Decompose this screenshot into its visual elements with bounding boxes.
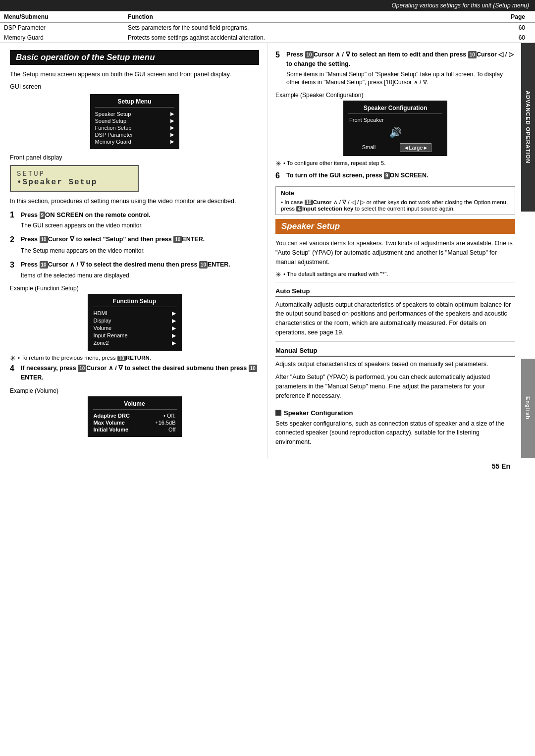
col-header-menu: Menu/Submenu: [0, 11, 124, 23]
divider-3: [275, 405, 515, 405]
table-row: Memory Guard Protects some settings agai…: [0, 33, 535, 43]
note-title: Note: [281, 190, 510, 197]
setup-box-item: Input Rename▶: [93, 332, 177, 339]
gui-item-label: DSP Parameter: [95, 132, 133, 138]
volume-item-val: • Off:: [163, 413, 175, 419]
front-panel-label: Front panel display: [10, 154, 259, 161]
gui-item: Sound Setup▶: [95, 117, 174, 124]
gui-item-arrow: ▶: [170, 111, 174, 117]
tip-configure-text: • To configure other items, repeat step …: [283, 160, 385, 166]
step-3-heading: Press 10Cursor ∧ / ∇ to select the desir…: [21, 260, 230, 270]
left-column: Basic operation of the Setup menu The Se…: [0, 43, 268, 458]
col-header-function: Function: [124, 11, 468, 23]
table-cell-page: 60: [468, 23, 535, 33]
step-4-number: 4: [10, 364, 18, 374]
step-6-number: 6: [275, 171, 283, 181]
auto-setup-text: Automatically adjusts output characteris…: [275, 300, 515, 337]
speaker-config-box: Speaker Configuration Front Speaker 🔊 Sm…: [343, 101, 447, 156]
gui-screen-label: GUI screen: [10, 83, 259, 90]
table-row: DSP Parameter Sets parameters for the so…: [0, 23, 535, 33]
box-item-label: HDMI: [94, 310, 107, 317]
reference-table: Menu/Submenu Function Page DSP Parameter…: [0, 11, 535, 43]
setup-box-item: HDMI▶: [93, 310, 177, 317]
box-item-label: Display: [94, 318, 111, 324]
step-3-number: 3: [10, 260, 18, 270]
step-6-heading: To turn off the GUI screen, press 9ON SC…: [286, 171, 428, 180]
gui-box-title: Setup Menu: [95, 98, 174, 108]
step-5-number: 5: [275, 50, 283, 60]
step-5: 5 Press 10Cursor ∧ / ∇ to select an item…: [275, 50, 515, 87]
table-cell-function: Sets parameters for the sound field prog…: [124, 23, 468, 33]
volume-box-item: Initial VolumeOff: [93, 426, 177, 433]
gui-item-label: Memory Guard: [95, 139, 131, 145]
manual-setup-text1: Adjusts output characteristics of speake…: [275, 360, 515, 369]
manual-setup-text2: After "Auto Setup" (YPAO) is performed, …: [275, 373, 515, 400]
box-item-label: Input Rename: [94, 332, 128, 339]
step-2-detail: The Setup menu appears on the video moni…: [21, 247, 259, 255]
tip-configure: ✳ • To configure other items, repeat ste…: [275, 160, 515, 167]
volume-box-title: Volume: [93, 400, 177, 410]
speaker-config-text: Sets speaker configurations, such as con…: [275, 419, 515, 447]
step-2: 2 Press 10Cursor ∇ to select "Setup" and…: [10, 235, 259, 255]
panel-display-box: SETUP •Speaker Setup: [10, 165, 139, 192]
page-number-bar: 55 En: [0, 458, 535, 474]
gui-item-label: Function Setup: [95, 125, 132, 131]
step-3-detail: Items of the selected menu are displayed…: [21, 271, 259, 280]
tip-default-text: • The default settings are marked with "…: [283, 271, 388, 277]
setup-box-item: Volume▶: [93, 324, 177, 332]
table-cell-menu: Memory Guard: [0, 33, 124, 43]
gui-item-arrow: ▶: [170, 118, 174, 124]
step-4-heading: If necessary, press 10Cursor ∧ / ∇ to se…: [21, 364, 259, 382]
box-item-arrow: ▶: [172, 318, 176, 324]
step-2-heading: Press 10Cursor ∇ to select "Setup" and t…: [21, 235, 205, 244]
english-tab: English: [521, 359, 535, 458]
gui-item-arrow: ▶: [170, 125, 174, 131]
step-2-number: 2: [10, 235, 18, 245]
table-cell-page: 60: [468, 33, 535, 43]
gui-item-arrow: ▶: [170, 132, 174, 138]
panel-line1: SETUP: [17, 170, 132, 178]
step-1-heading: Press 9ON SCREEN on the remote control.: [21, 210, 151, 220]
speaker-config-sq-title: Speaker Configuration: [284, 409, 353, 417]
box-item-label: Volume: [94, 325, 112, 331]
table-cell-function: Protects some settings against accidenta…: [124, 33, 468, 43]
step-5-detail: Some items in "Manual Setup" of "Speaker…: [286, 70, 515, 87]
box-item-arrow: ▶: [172, 325, 176, 331]
box-item-arrow: ▶: [172, 332, 176, 339]
volume-item-val: Off: [168, 427, 175, 432]
spk-config-visual: 🔊: [348, 123, 442, 141]
square-icon: [275, 410, 281, 416]
function-setup-box: Function Setup HDMI▶Display▶Volume▶Input…: [88, 294, 182, 351]
gui-item: Memory Guard▶: [95, 138, 174, 145]
intro-text: The Setup menu screen appears on both th…: [10, 70, 259, 79]
volume-item-label: Max Volume: [94, 420, 125, 426]
volume-item-label: Initial Volume: [94, 427, 129, 432]
function-setup-title: Function Setup: [93, 298, 177, 307]
step-4: 4 If necessary, press 10Cursor ∧ / ∇ to …: [10, 364, 259, 382]
step-1: 1 Press 9ON SCREEN on the remote control…: [10, 210, 259, 230]
tip-default: ✳ • The default settings are marked with…: [275, 271, 515, 278]
panel-note: In this section, procedures of setting m…: [10, 197, 259, 206]
panel-line2: •Speaker Setup: [17, 178, 132, 187]
gui-item-label: Speaker Setup: [95, 111, 131, 117]
example-function-label: Example (Function Setup): [10, 285, 259, 292]
spk-config-title: Speaker Configuration: [348, 105, 442, 114]
gui-item: Speaker Setup▶: [95, 110, 174, 117]
volume-item-val: +16.5dB: [155, 420, 175, 426]
box-item-arrow: ▶: [172, 340, 176, 346]
volume-item-label: Adaptive DRC: [94, 413, 130, 419]
spk-config-item: Front Speaker: [348, 116, 442, 123]
page-header: Operating various settings for this unit…: [0, 0, 535, 11]
main-layout: Basic operation of the Setup menu The Se…: [0, 43, 535, 458]
example-speaker-label: Example (Speaker Configuration): [275, 92, 515, 99]
auto-setup-title: Auto Setup: [275, 287, 515, 297]
step-3: 3 Press 10Cursor ∧ / ∇ to select the des…: [10, 260, 259, 280]
note-text: • In case 10Cursor ∧ / ∇ / ◁ / ▷ or othe…: [281, 199, 510, 212]
right-column: 5 Press 10Cursor ∧ / ∇ to select an item…: [268, 43, 535, 458]
gui-item: Function Setup▶: [95, 124, 174, 131]
page-number: 55 En: [492, 462, 510, 470]
speaker-config-subtitle: Speaker Configuration: [275, 409, 515, 417]
gui-item: DSP Parameter▶: [95, 131, 174, 138]
tip-return: ✳ • To return to the previous menu, pres…: [10, 355, 259, 362]
basic-operation-heading: Basic operation of the Setup menu: [10, 50, 259, 65]
